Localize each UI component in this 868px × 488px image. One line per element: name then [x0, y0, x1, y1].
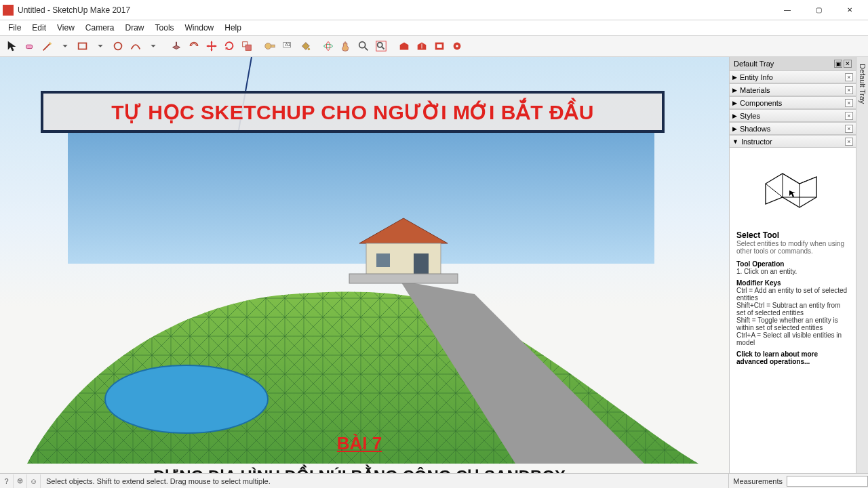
svg-point-13: [378, 43, 382, 47]
tray-titlebar[interactable]: Default Tray ▣ ✕: [730, 57, 856, 70]
line-tool-icon[interactable]: [39, 38, 56, 54]
line-dropdown-icon[interactable]: [57, 38, 73, 54]
lesson-subtitle: DỰNG ĐỊA HÌNH ĐỒI NÚI BẰNG CÔNG CỤ SANDB…: [0, 467, 719, 473]
shape-dropdown-icon[interactable]: [92, 38, 108, 54]
instructor-tool-name: Select Tool: [736, 230, 849, 240]
panel-close-icon[interactable]: ×: [845, 73, 853, 81]
panel-close-icon[interactable]: ×: [845, 125, 853, 133]
svg-marker-20: [359, 218, 448, 243]
panel-close-icon[interactable]: ×: [845, 99, 853, 107]
pushpull-tool-icon[interactable]: [168, 38, 184, 54]
svg-point-9: [308, 48, 311, 51]
panel-close-icon[interactable]: ×: [845, 112, 853, 120]
svg-rect-0: [26, 45, 33, 48]
panel-close-icon[interactable]: ×: [845, 86, 853, 94]
instructor-more-link[interactable]: Click to learn about more advanced opera…: [736, 350, 818, 365]
panel-close-icon[interactable]: ×: [845, 138, 853, 146]
share-model-icon[interactable]: [414, 38, 430, 54]
panel-instructor[interactable]: ▼Instructor×: [730, 135, 856, 148]
modkey-line: Shift = Toggle whether an entity is with…: [736, 317, 838, 331]
arc-dropdown-icon[interactable]: [145, 38, 161, 54]
svg-rect-4: [245, 45, 251, 50]
zoom-extents-tool-icon[interactable]: [373, 38, 389, 54]
tray-title-label: Default Tray: [734, 60, 774, 68]
panel-entity-info[interactable]: ▶Entity Info×: [730, 70, 856, 83]
help-icon[interactable]: ?: [0, 474, 14, 488]
3d-warehouse-icon[interactable]: [396, 38, 412, 54]
pan-tool-icon[interactable]: [338, 38, 354, 54]
rotate-tool-icon[interactable]: [221, 38, 237, 54]
menu-window[interactable]: Window: [180, 22, 220, 34]
paint-bucket-tool-icon[interactable]: [297, 38, 313, 54]
move-tool-icon[interactable]: [203, 38, 220, 54]
svg-rect-16: [437, 44, 441, 47]
tray-close-icon[interactable]: ✕: [844, 60, 852, 68]
offset-tool-icon[interactable]: [186, 38, 202, 54]
measurements-input[interactable]: [787, 476, 868, 487]
svg-text:A1: A1: [285, 42, 290, 47]
measurements-label: Measurements: [729, 477, 787, 485]
modkey-line: Ctrl+A = Select all visible entities in …: [736, 331, 842, 346]
window-titlebar: Untitled - SketchUp Make 2017 — ▢ ✕: [0, 0, 868, 20]
svg-rect-6: [271, 45, 275, 47]
geolocation-icon[interactable]: ⊕: [14, 474, 27, 488]
svg-point-18: [456, 45, 458, 47]
zoom-tool-icon[interactable]: [355, 38, 372, 54]
panel-components[interactable]: ▶Components×: [730, 96, 856, 109]
panel-shadows[interactable]: ▶Shadows×: [730, 122, 856, 135]
scale-tool-icon[interactable]: [239, 38, 255, 54]
tray-pin-icon[interactable]: ▣: [834, 60, 842, 68]
extension-manager-icon[interactable]: [449, 38, 465, 54]
tutorial-title-box: TỰ HỌC SKETCHUP CHO NGƯỜI MỚI BẮT ĐẦU: [41, 91, 665, 133]
default-tray: Default Tray ▣ ✕ ▶Entity Info× ▶Material…: [730, 57, 856, 473]
house-model: [346, 213, 461, 284]
eraser-tool-icon[interactable]: [22, 38, 38, 54]
window-maximize-button[interactable]: ▢: [803, 0, 834, 20]
app-icon: [3, 5, 14, 16]
window-minimize-button[interactable]: —: [772, 0, 803, 20]
menu-tools[interactable]: Tools: [150, 22, 180, 34]
operation-heading: Tool Operation: [736, 260, 784, 268]
tray-side-tab[interactable]: Default Tray: [856, 57, 868, 473]
tape-measure-tool-icon[interactable]: [262, 38, 278, 54]
main-toolbar: A1: [0, 35, 868, 57]
menu-bar: File Edit View Camera Draw Tools Window …: [0, 20, 868, 35]
3d-viewport[interactable]: TỰ HỌC SKETCHUP CHO NGƯỜI MỚI BẮT ĐẦU BÀ…: [0, 57, 730, 473]
circle-tool-icon[interactable]: [110, 38, 126, 54]
instructor-illustration: [736, 153, 849, 228]
modkey-line: Shift+Ctrl = Subtract an entity from set…: [736, 302, 840, 317]
orbit-tool-icon[interactable]: [320, 38, 336, 54]
caret-down-icon: ▼: [732, 138, 738, 145]
person-icon[interactable]: ☺: [27, 474, 41, 488]
text-tool-icon[interactable]: A1: [279, 38, 296, 54]
menu-draw[interactable]: Draw: [120, 22, 150, 34]
status-bar: ? ⊕ ☺ Select objects. Shift to extend se…: [0, 473, 868, 488]
caret-right-icon: ▶: [732, 125, 737, 132]
caret-right-icon: ▶: [732, 100, 737, 106]
svg-rect-1: [79, 43, 87, 49]
menu-help[interactable]: Help: [219, 22, 247, 34]
extension-warehouse-icon[interactable]: [431, 38, 448, 54]
svg-point-10: [324, 44, 333, 47]
operation-step: 1. Click on an entity.: [736, 268, 797, 275]
window-close-button[interactable]: ✕: [834, 0, 865, 20]
svg-point-11: [326, 42, 330, 51]
panel-label: Entity Info: [740, 73, 773, 81]
menu-edit[interactable]: Edit: [26, 22, 52, 34]
menu-file[interactable]: File: [3, 22, 26, 34]
panel-label: Instructor: [741, 138, 772, 146]
modkeys-heading: Modifier Keys: [736, 279, 781, 287]
select-tool-icon[interactable]: [4, 38, 20, 54]
rectangle-tool-icon[interactable]: [75, 38, 91, 54]
window-controls: — ▢ ✕: [772, 0, 865, 20]
menu-view[interactable]: View: [52, 22, 80, 34]
instructor-tool-desc: Select entities to modify when using oth…: [736, 240, 849, 255]
menu-camera[interactable]: Camera: [80, 22, 120, 34]
panel-label: Shadows: [740, 125, 770, 133]
caret-right-icon: ▶: [732, 113, 737, 119]
instructor-panel: Select Tool Select entities to modify wh…: [730, 148, 856, 473]
panel-styles[interactable]: ▶Styles×: [730, 109, 856, 122]
panel-materials[interactable]: ▶Materials×: [730, 83, 856, 96]
arc-tool-icon[interactable]: [127, 38, 144, 54]
caret-right-icon: ▶: [732, 87, 737, 94]
